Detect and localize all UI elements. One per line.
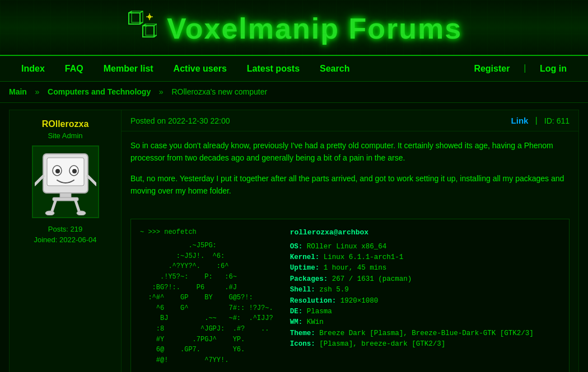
post-container: ROllerozxa Site Admin — [9, 110, 579, 372]
neofetch-ascii: .~J5PG: :~J5J!. ^6: .^?YY?^. :6^ .!Y5?~:… — [140, 241, 273, 365]
logo-area: → Voxelmanip Forums — [0, 10, 588, 47]
nav-latestposts[interactable]: Latest posts — [237, 57, 310, 81]
breadcrumb-sep-2: » — [159, 88, 164, 97]
post-paragraph-2: But, no more. Yesterday I put it togethe… — [130, 172, 570, 197]
neofetch-info-row: OS: ROller Linux x86_64 — [290, 242, 534, 252]
neofetch-info-area: rollerozxa@archbox OS: ROller Linux x86_… — [290, 227, 534, 366]
svg-point-21 — [72, 169, 77, 173]
nav-index[interactable]: Index — [11, 57, 55, 81]
user-posts: Posts: 219 — [48, 225, 82, 233]
neofetch-info-label: Uptime: — [290, 264, 320, 272]
svg-rect-22 — [60, 193, 71, 197]
breadcrumb-category[interactable]: Computers and Technology — [48, 87, 151, 96]
svg-point-29 — [77, 211, 86, 215]
user-joined: Joined: 2022-06-04 — [34, 236, 96, 244]
breadcrumb-sep-1: » — [35, 88, 39, 97]
neofetch-info-label: Kernel: — [290, 253, 320, 261]
nav-register[interactable]: Register — [464, 57, 520, 81]
neofetch-info-label: DE: — [290, 308, 303, 316]
neofetch-left: ~ >>> neofetch .~J5PG: :~J5J!. ^6: .^?YY… — [140, 227, 273, 366]
svg-point-20 — [55, 169, 60, 173]
nav-separator: | — [522, 64, 528, 74]
post-date: Posted on 2022-12-30 22:00 — [130, 116, 230, 125]
nav-memberlist[interactable]: Member list — [94, 57, 164, 81]
post-link-area: Link | ID: 611 — [511, 116, 570, 125]
neofetch-info-value: zsh 5.9 — [315, 286, 349, 294]
nav-search[interactable]: Search — [310, 57, 360, 81]
svg-line-24 — [35, 176, 43, 185]
neofetch-info-row: WM: KWin — [290, 317, 534, 328]
user-role: Site Admin — [48, 131, 82, 140]
neofetch-info-value: Plasma — [302, 308, 332, 316]
post-link-sep: | — [534, 116, 538, 125]
neofetch-user-host: rollerozxa@archbox — [290, 227, 534, 238]
nav-left: Index FAQ Member list Active users Lates… — [11, 57, 464, 81]
post-body: Posted on 2022-12-30 22:00 Link | ID: 61… — [122, 110, 578, 372]
neofetch-info-label: WM: — [290, 318, 303, 326]
user-avatar — [32, 145, 99, 218]
svg-line-27 — [76, 201, 80, 213]
neofetch-info-row: Packages: 267 / 1631 (pacman) — [290, 274, 534, 285]
nav-faq[interactable]: FAQ — [55, 57, 94, 81]
breadcrumb-main[interactable]: Main — [9, 87, 27, 96]
neofetch-block: ~ >>> neofetch .~J5PG: :~J5J!. ^6: .^?YY… — [130, 219, 570, 372]
breadcrumb-current: ROllerozxa's new computer — [171, 87, 267, 96]
svg-line-26 — [52, 201, 55, 213]
site-title: Voxelmanip Forums — [167, 12, 462, 45]
neofetch-info-value: ROller Linux x86_64 — [302, 243, 386, 251]
content-area: ROllerozxa Site Admin — [0, 103, 588, 372]
neofetch-info-label: OS: — [290, 243, 303, 251]
post-id: ID: 611 — [544, 116, 570, 125]
neofetch-info-value: 267 / 1631 (pacman) — [328, 275, 412, 283]
neofetch-info-row: Theme: Breeze Dark [Plasma], Breeze-Blue… — [290, 328, 534, 339]
breadcrumb: Main » Computers and Technology » ROller… — [0, 82, 588, 103]
neofetch-info-row: Resolution: 1920×1080 — [290, 296, 534, 307]
neofetch-info-label: Packages: — [290, 275, 328, 283]
neofetch-info-lines: OS: ROller Linux x86_64Kernel: Linux 6.1… — [290, 242, 534, 350]
neofetch-info-row: Uptime: 1 hour, 45 mins — [290, 263, 534, 274]
nav-login[interactable]: Log in — [530, 57, 577, 81]
post-text: So in case you don't already know, previ… — [122, 131, 578, 213]
neofetch-info-value: 1920×1080 — [336, 297, 378, 305]
svg-point-28 — [45, 211, 54, 215]
neofetch-info-value: Breeze Dark [Plasma], Breeze-Blue-Dark-G… — [315, 329, 534, 337]
site-header: → Voxelmanip Forums — [0, 0, 588, 56]
navigation-bar: Index FAQ Member list Active users Lates… — [0, 56, 588, 82]
neofetch-info-value: 1 hour, 45 mins — [319, 264, 386, 272]
post-username[interactable]: ROllerozxa — [42, 119, 89, 129]
neofetch-info-row: Kernel: Linux 6.1.1-arch1-1 — [290, 252, 534, 263]
neofetch-info-value: Linux 6.1.1-arch1-1 — [319, 253, 403, 261]
neofetch-info-row: Shell: zsh 5.9 — [290, 285, 534, 295]
neofetch-info-row: DE: Plasma — [290, 307, 534, 317]
neofetch-info-label: Shell: — [290, 286, 315, 294]
nav-right: Register | Log in — [464, 57, 577, 81]
logo-icon-left: → — [126, 10, 157, 47]
neofetch-info-value: [Plasma], breeze-dark [GTK2/3] — [315, 340, 446, 348]
svg-line-25 — [88, 176, 96, 185]
neofetch-info-row: Icons: [Plasma], breeze-dark [GTK2/3] — [290, 339, 534, 350]
neofetch-prompt: ~ >>> neofetch — [140, 227, 273, 238]
post-paragraph-1: So in case you don't already know, previ… — [130, 139, 570, 164]
nav-activeusers[interactable]: Active users — [164, 57, 237, 81]
neofetch-info-label: Resolution: — [290, 297, 337, 305]
user-sidebar: ROllerozxa Site Admin — [10, 110, 122, 372]
neofetch-info-label: Icons: — [290, 340, 315, 348]
neofetch-info-value: KWin — [302, 318, 324, 326]
neofetch-info-label: Theme: — [290, 329, 315, 337]
post-link[interactable]: Link — [511, 116, 529, 125]
post-header: Posted on 2022-12-30 22:00 Link | ID: 61… — [122, 110, 578, 131]
